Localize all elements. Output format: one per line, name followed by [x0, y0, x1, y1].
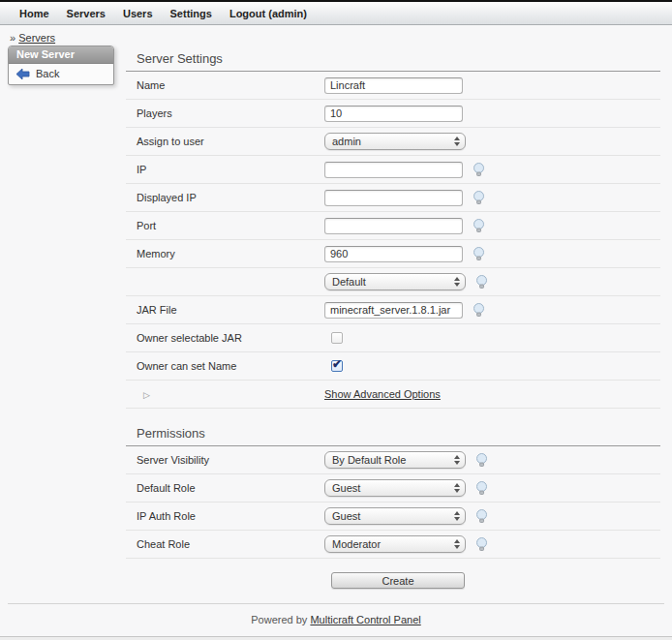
advanced-options-row: ▷ Show Advanced Options [126, 381, 660, 409]
select-stepper-icon [454, 455, 460, 465]
breadcrumb-link-servers[interactable]: Servers [18, 32, 55, 44]
nav-item-users[interactable]: Users [123, 8, 153, 19]
port-input[interactable] [324, 218, 463, 234]
field-label: Owner can set Name [137, 360, 324, 372]
form-row-owner-selectable-jar: Owner selectable JAR [126, 324, 660, 352]
form-row-default-role: Default Role Guest [126, 474, 660, 503]
nav-item-logout[interactable]: Logout (admin) [229, 8, 307, 19]
form-row-port: Port [126, 212, 660, 240]
nav-item-servers[interactable]: Servers [67, 8, 106, 19]
form-row-server-visibility: Server Visibility By Default Role [126, 446, 660, 474]
main-content: Server Settings Name Players Assign to u… [126, 44, 660, 601]
form-row-displayed-ip: Displayed IP [126, 184, 660, 212]
help-bulb-icon[interactable] [473, 191, 485, 205]
form-row-players: Players [126, 100, 660, 128]
help-bulb-icon[interactable] [473, 163, 485, 177]
form-row-jar-file: JAR File [126, 296, 660, 324]
back-button[interactable]: Back [9, 64, 113, 84]
select-stepper-icon [454, 483, 460, 493]
breadcrumb-symbol: » [10, 32, 15, 44]
server-settings-heading: Server Settings [137, 51, 660, 66]
select-value: admin [332, 136, 361, 147]
assign-user-select[interactable]: admin [324, 133, 466, 150]
select-stepper-icon [454, 511, 460, 521]
name-input[interactable] [324, 77, 463, 94]
form-row-owner-can-set-name: Owner can set Name [126, 352, 660, 381]
help-bulb-icon[interactable] [475, 275, 488, 290]
cheat-role-select[interactable]: Moderator [324, 535, 466, 553]
field-label: IP Auth Role [137, 510, 324, 522]
field-label: Default Role [137, 482, 324, 494]
form-row-cheat-role: Cheat Role Moderator [126, 531, 660, 559]
back-button-label: Back [36, 68, 59, 79]
select-value: Guest [332, 510, 360, 522]
footer-divider [8, 603, 664, 604]
form-row-default-template: Default [126, 268, 660, 296]
back-arrow-icon [16, 69, 30, 79]
sidebar-title: New Server [9, 46, 113, 64]
breadcrumb: » Servers [10, 32, 672, 44]
select-value: Guest [332, 482, 360, 494]
help-bulb-icon[interactable] [475, 509, 488, 524]
ip-auth-role-select[interactable]: Guest [324, 507, 466, 525]
select-value: Moderator [332, 538, 381, 550]
displayed-ip-input[interactable] [324, 190, 463, 206]
form-row-assign-user: Assign to user admin [126, 128, 660, 156]
show-advanced-options-link[interactable]: Show Advanced Options [324, 388, 441, 400]
select-stepper-icon [454, 539, 460, 549]
help-bulb-icon[interactable] [473, 303, 485, 318]
field-label: Cheat Role [137, 538, 324, 550]
default-role-select[interactable]: Guest [324, 479, 466, 497]
multicraft-link[interactable]: Multicraft Control Panel [310, 614, 420, 625]
nav-item-settings[interactable]: Settings [170, 8, 212, 19]
footer: Powered by Multicraft Control Panel [0, 614, 672, 625]
select-value: Default [332, 276, 366, 288]
form-row-ip-auth-role: IP Auth Role Guest [126, 503, 660, 531]
help-bulb-icon[interactable] [475, 453, 488, 468]
owner-selectable-jar-checkbox[interactable] [331, 332, 343, 344]
default-select[interactable]: Default [324, 273, 466, 290]
sidebar-panel: New Server Back [8, 46, 114, 85]
disclosure-triangle-icon[interactable]: ▷ [143, 390, 150, 400]
field-label: JAR File [137, 304, 324, 316]
help-bulb-icon[interactable] [473, 219, 485, 233]
field-label: Players [137, 107, 324, 119]
field-label: Owner selectable JAR [137, 332, 324, 344]
field-label: Memory [137, 248, 324, 259]
create-button-row: Create [126, 559, 660, 601]
create-button[interactable]: Create [331, 572, 465, 589]
window-bottom-edge [0, 636, 672, 640]
owner-can-set-name-checkbox[interactable] [331, 360, 343, 372]
help-bulb-icon[interactable] [473, 247, 485, 261]
form-row-ip: IP [126, 156, 660, 184]
permissions-heading: Permissions [137, 426, 660, 441]
help-bulb-icon[interactable] [475, 481, 488, 496]
server-visibility-select[interactable]: By Default Role [324, 451, 466, 469]
select-stepper-icon [454, 277, 460, 287]
advanced-label-area: ▷ [137, 388, 324, 400]
field-label: IP [137, 164, 324, 175]
players-input[interactable] [324, 106, 463, 122]
memory-input[interactable] [324, 246, 463, 262]
field-label: Port [137, 220, 324, 231]
jar-file-input[interactable] [324, 302, 463, 319]
field-label: Assign to user [137, 136, 324, 147]
form-row-name: Name [126, 72, 660, 100]
field-label: Displayed IP [137, 192, 324, 203]
footer-text: Powered by [251, 614, 307, 625]
ip-input[interactable] [324, 162, 463, 178]
help-bulb-icon[interactable] [475, 537, 488, 552]
select-value: By Default Role [332, 454, 406, 466]
field-label: Name [137, 79, 324, 91]
form-row-memory: Memory [126, 240, 660, 268]
select-stepper-icon [454, 137, 460, 146]
main-navbar: Home Servers Users Settings Logout (admi… [0, 2, 672, 25]
field-label: Server Visibility [137, 454, 324, 466]
nav-item-home[interactable]: Home [19, 8, 49, 19]
